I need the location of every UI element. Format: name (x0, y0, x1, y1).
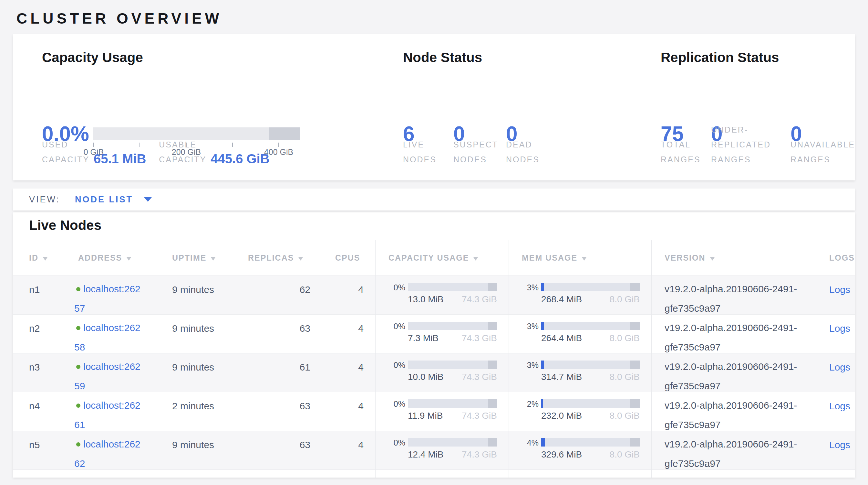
replicas-cell: 63 (235, 315, 322, 353)
cpus-cell: 4 (322, 392, 375, 431)
node-address: localhost:26261 (74, 396, 142, 431)
node-status-title: Node Status (403, 50, 482, 65)
live-status-dot-icon (76, 365, 81, 369)
table-row: n1localhost:262579 minutes6240%13.0 MiB7… (13, 276, 855, 314)
capacity-bar: 11.9 MiB74.3 GiB (408, 399, 497, 431)
cpus-cell: 4 (322, 431, 375, 469)
uptime-cell: 9 minutes (159, 276, 235, 314)
node-address-link[interactable]: localhost:26258 (74, 322, 141, 352)
sort-arrow-icon (298, 257, 303, 261)
memory-bar-endcap (630, 322, 640, 330)
capacity-metric-value: 445.6 GiB (211, 152, 269, 166)
capacity-metric-label: USED CAPACITY (42, 137, 94, 167)
capacity-bar-values: 7.3 MiB74.3 GiB (408, 333, 497, 343)
node-address-link[interactable]: localhost:26257 (74, 284, 141, 314)
memory-total-value: 8.0 GiB (610, 333, 640, 343)
sort-arrow-icon (710, 257, 715, 261)
empty-cell (651, 470, 816, 478)
version-cell: v19.2.0-alpha.20190606-2491-gfe735c9a97 (651, 392, 816, 431)
logs-cell: Logs (816, 392, 855, 431)
memory-bar-values: 314.7 MiB8.0 GiB (541, 372, 640, 382)
node-status-labels: LIVE NODESSUSPECT NODESDEAD NODES (403, 137, 645, 167)
view-select-dropdown[interactable]: NODE LIST (75, 195, 152, 205)
column-header-version[interactable]: VERSION (651, 240, 816, 276)
capacity-percent-label: 0% (389, 322, 408, 353)
empty-cell (816, 470, 855, 478)
view-selected-value: NODE LIST (75, 195, 133, 205)
column-header-capacity-usage[interactable]: CAPACITY USAGE (375, 240, 508, 276)
empty-cell (65, 470, 159, 478)
view-label: VIEW: (29, 195, 60, 205)
node-address-cell: localhost:26257 (65, 276, 159, 314)
node-id-cell: n2 (13, 315, 65, 353)
column-header-address[interactable]: ADDRESS (65, 240, 159, 276)
view-selector-bar: VIEW: NODE LIST (13, 189, 855, 210)
capacity-total-value: 74.3 GiB (462, 450, 497, 460)
memory-usage-cell: 3%264.4 MiB8.0 GiB (508, 315, 651, 353)
replication-status-title: Replication Status (661, 50, 779, 65)
uptime-cell: 9 minutes (159, 315, 235, 353)
memory-usage-cell: 3%268.4 MiB8.0 GiB (508, 276, 651, 314)
sort-arrow-icon (42, 257, 48, 261)
table-row-partial (13, 469, 855, 478)
memory-percent-label: 2% (522, 399, 541, 431)
node-address-link[interactable]: localhost:26261 (74, 400, 141, 430)
capacity-bar-track (408, 283, 497, 291)
logs-link[interactable]: Logs (829, 401, 850, 411)
capacity-bar-endcap (488, 438, 497, 447)
capacity-percent-label: 0% (389, 438, 408, 469)
column-header-label: CPUS (335, 253, 360, 262)
replication-status-labels: TOTAL RANGESUNDER-REPLICATED RANGESUNAVA… (661, 122, 839, 167)
node-address: localhost:26257 (74, 279, 142, 314)
memory-bar-fill (541, 361, 544, 369)
column-header-id[interactable]: ID (13, 240, 65, 276)
capacity-usage-cell: 0%13.0 MiB74.3 GiB (375, 276, 508, 314)
node-address: localhost:26262 (74, 434, 142, 469)
table-header-row: IDADDRESSUPTIMEREPLICASCPUSCAPACITY USAG… (13, 240, 855, 276)
node-address: localhost:26258 (74, 318, 142, 353)
version-cell: v19.2.0-alpha.20190606-2491-gfe735c9a97 (651, 315, 816, 353)
logs-link[interactable]: Logs (829, 362, 850, 372)
capacity-bar-track (408, 438, 497, 447)
capacity-usage-cell: 0%11.9 MiB74.3 GiB (375, 392, 508, 431)
logs-link[interactable]: Logs (829, 439, 850, 450)
logs-cell: Logs (816, 353, 855, 392)
node-address: localhost:26259 (74, 357, 142, 392)
stat-label: UNDER-REPLICATED RANGES (711, 122, 790, 167)
live-nodes-title: Live Nodes (29, 218, 855, 233)
node-id-cell: n1 (13, 276, 65, 314)
empty-cell (508, 470, 651, 478)
sort-arrow-icon (582, 257, 587, 261)
empty-cell (375, 470, 508, 478)
column-header-uptime[interactable]: UPTIME (159, 240, 235, 276)
memory-used-value: 268.4 MiB (541, 294, 582, 305)
live-status-dot-icon (76, 403, 81, 408)
logs-link[interactable]: Logs (829, 323, 850, 334)
memory-bar-track (541, 361, 640, 369)
column-header-mem-usage[interactable]: MEM USAGE (508, 240, 651, 276)
table-row: n4localhost:262612 minutes6340%11.9 MiB7… (13, 392, 855, 431)
memory-total-value: 8.0 GiB (610, 372, 640, 382)
node-status-section: Node Status 600 LIVE NODESSUSPECT NODESD… (390, 34, 645, 180)
replicas-cell: 62 (235, 276, 322, 314)
uptime-cell: 2 minutes (159, 392, 235, 431)
logs-link[interactable]: Logs (829, 284, 850, 295)
version-cell: v19.2.0-alpha.20190606-2491-gfe735c9a97 (651, 353, 816, 392)
column-header-replicas[interactable]: REPLICAS (235, 240, 322, 276)
stat-label: SUSPECT NODES (454, 137, 506, 167)
memory-bar-values: 232.0 MiB8.0 GiB (541, 411, 640, 421)
capacity-bar: 10.0 MiB74.3 GiB (408, 361, 497, 392)
column-header-logs: LOGS (816, 240, 855, 276)
node-address-link[interactable]: localhost:26259 (74, 361, 141, 391)
page-title: CLUSTER OVERVIEW (17, 10, 868, 27)
empty-cell (159, 470, 235, 478)
memory-bar: 268.4 MiB8.0 GiB (541, 283, 640, 314)
node-address-link[interactable]: localhost:26262 (74, 439, 141, 469)
cluster-summary-card: Capacity Usage 0.0% 0 GiB200 GiB400 GiB … (13, 34, 855, 180)
memory-bar-endcap (630, 283, 640, 291)
stat-label: DEAD NODES (506, 137, 561, 167)
capacity-bar-values: 13.0 MiB74.3 GiB (408, 294, 497, 305)
node-address-cell: localhost:26261 (65, 392, 159, 431)
capacity-bar-values: 11.9 MiB74.3 GiB (408, 411, 497, 421)
capacity-bar: 12.4 MiB74.3 GiB (408, 438, 497, 469)
